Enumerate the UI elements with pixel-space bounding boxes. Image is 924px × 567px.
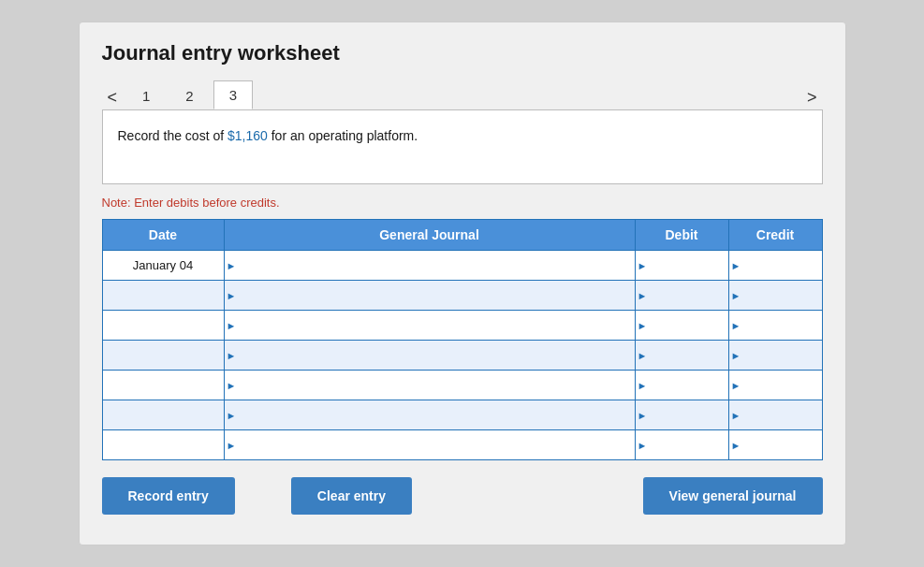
debit-input-4[interactable]: [636, 341, 728, 370]
arrow-icon-debit-5: ►: [638, 380, 648, 391]
credit-input-1[interactable]: [729, 251, 822, 280]
debit-cell-5[interactable]: ►: [635, 371, 728, 400]
date-cell-1: January 04: [102, 251, 224, 281]
gj-input-5[interactable]: [225, 371, 635, 400]
view-general-journal-button[interactable]: View general journal: [643, 477, 823, 515]
gj-input-4[interactable]: [225, 341, 635, 370]
gj-input-7[interactable]: [225, 430, 635, 459]
record-entry-button[interactable]: Record entry: [102, 477, 235, 515]
tab-nav-left[interactable]: <: [102, 85, 124, 109]
table-row: ► ► ►: [102, 371, 822, 400]
table-row: ► ► ►: [102, 400, 822, 430]
arrow-icon-2: ►: [227, 290, 237, 301]
credit-input-7[interactable]: [729, 430, 822, 459]
gj-cell-5[interactable]: ►: [224, 371, 635, 400]
tab-1[interactable]: 1: [126, 81, 166, 109]
tab-2[interactable]: 2: [169, 81, 209, 109]
gj-input-1[interactable]: [225, 251, 635, 280]
arrow-icon-debit-3: ►: [638, 320, 648, 331]
arrow-icon-4: ►: [227, 350, 237, 361]
col-header-gj: General Journal: [224, 220, 635, 251]
date-cell-5: [102, 371, 224, 400]
credit-cell-2[interactable]: ►: [728, 281, 822, 311]
debit-cell-6[interactable]: ►: [635, 400, 728, 430]
gj-input-2[interactable]: [225, 281, 635, 310]
tabs-row: < 1 2 3 >: [102, 80, 823, 109]
date-cell-2: [102, 281, 224, 311]
debit-cell-1[interactable]: ►: [635, 251, 728, 281]
gj-cell-6[interactable]: ►: [224, 400, 635, 430]
arrow-icon-credit-1: ►: [731, 260, 741, 271]
credit-cell-6[interactable]: ►: [728, 400, 822, 430]
gj-cell-3[interactable]: ►: [224, 311, 635, 341]
tab-nav-right[interactable]: >: [801, 85, 823, 109]
debit-input-6[interactable]: [636, 400, 728, 429]
gj-cell-4[interactable]: ►: [224, 341, 635, 371]
arrow-icon-7: ►: [227, 440, 237, 451]
debit-input-7[interactable]: [636, 430, 728, 459]
debit-input-2[interactable]: [636, 281, 728, 310]
gj-input-6[interactable]: [225, 400, 635, 429]
arrow-icon-credit-3: ►: [731, 320, 741, 331]
table-row: January 04 ► ► ►: [102, 251, 822, 281]
arrow-icon-debit-1: ►: [638, 260, 648, 271]
gj-cell-2[interactable]: ►: [224, 281, 635, 311]
credit-cell-1[interactable]: ►: [728, 251, 822, 281]
date-cell-3: [102, 311, 224, 341]
table-row: ► ► ►: [102, 430, 822, 460]
arrow-icon-6: ►: [227, 410, 237, 421]
debit-cell-2[interactable]: ►: [635, 281, 728, 311]
date-cell-6: [102, 400, 224, 430]
journal-table: Date General Journal Debit Credit Januar…: [102, 219, 823, 460]
arrow-icon-debit-2: ►: [638, 290, 648, 301]
debit-cell-7[interactable]: ►: [635, 430, 728, 460]
debit-cell-3[interactable]: ►: [635, 311, 728, 341]
debit-input-5[interactable]: [636, 371, 728, 400]
debit-input-3[interactable]: [636, 311, 728, 340]
col-header-date: Date: [102, 220, 224, 251]
gj-cell-1[interactable]: ►: [224, 251, 635, 281]
buttons-row: Record entry Clear entry View general jo…: [102, 477, 823, 515]
credit-cell-5[interactable]: ►: [728, 371, 822, 400]
credit-cell-4[interactable]: ►: [728, 341, 822, 371]
gj-input-3[interactable]: [225, 311, 635, 340]
worksheet-container: Journal entry worksheet < 1 2 3 > Record…: [79, 22, 846, 545]
arrow-icon-5: ►: [227, 380, 237, 391]
arrow-icon-credit-5: ►: [731, 380, 741, 391]
credit-cell-7[interactable]: ►: [728, 430, 822, 460]
page-title: Journal entry worksheet: [102, 41, 823, 65]
credit-input-6[interactable]: [729, 400, 822, 429]
tab-3[interactable]: 3: [213, 80, 253, 109]
arrow-icon-debit-4: ►: [638, 350, 648, 361]
arrow-icon-3: ►: [227, 320, 237, 331]
instruction-text: Record the cost of $1,160 for an operati…: [118, 128, 418, 143]
table-row: ► ► ►: [102, 311, 822, 341]
credit-cell-3[interactable]: ►: [728, 311, 822, 341]
table-row: ► ► ►: [102, 341, 822, 371]
date-cell-4: [102, 341, 224, 371]
gj-cell-7[interactable]: ►: [224, 430, 635, 460]
instruction-box: Record the cost of $1,160 for an operati…: [102, 109, 823, 184]
table-row: ► ► ►: [102, 281, 822, 311]
credit-input-5[interactable]: [729, 371, 822, 400]
col-header-debit: Debit: [635, 220, 728, 251]
col-header-credit: Credit: [728, 220, 822, 251]
arrow-icon-1: ►: [227, 260, 237, 271]
arrow-icon-credit-2: ►: [731, 290, 741, 301]
clear-entry-button[interactable]: Clear entry: [291, 477, 412, 515]
instruction-highlight: $1,160: [227, 128, 268, 143]
credit-input-4[interactable]: [729, 341, 822, 370]
arrow-icon-debit-7: ►: [638, 440, 648, 451]
date-cell-7: [102, 430, 224, 460]
arrow-icon-debit-6: ►: [638, 410, 648, 421]
note-text: Note: Enter debits before credits.: [102, 196, 823, 210]
arrow-icon-credit-6: ►: [731, 410, 741, 421]
credit-input-2[interactable]: [729, 281, 822, 310]
credit-input-3[interactable]: [729, 311, 822, 340]
arrow-icon-credit-7: ►: [731, 440, 741, 451]
arrow-icon-credit-4: ►: [731, 350, 741, 361]
debit-cell-4[interactable]: ►: [635, 341, 728, 371]
debit-input-1[interactable]: [636, 251, 728, 280]
